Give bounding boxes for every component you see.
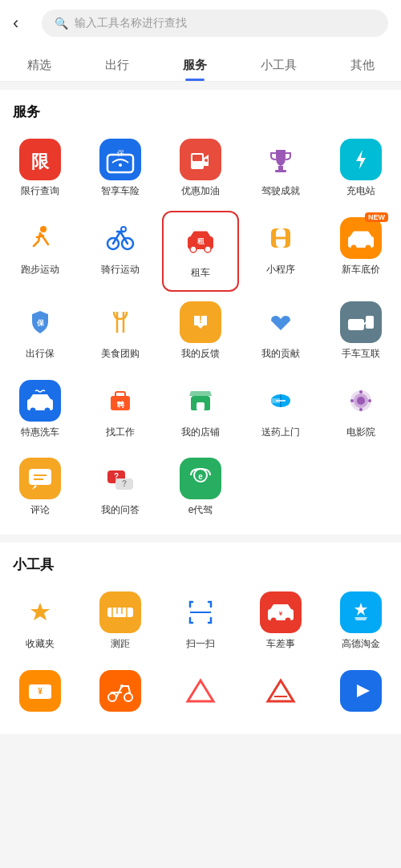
item-cinema[interactable]: 电影院: [321, 372, 401, 450]
rentcar-icon: 租: [180, 220, 221, 262]
carchore-icon: ¥: [260, 591, 302, 633]
svg-point-99: [120, 684, 124, 688]
item-wallet2[interactable]: ¥: [0, 662, 80, 728]
carwash-label: 特惠洗车: [21, 426, 59, 439]
svg-point-5: [119, 164, 122, 167]
job-label: 找工作: [106, 426, 135, 439]
item-trophy[interactable]: 驾驶成就: [241, 131, 321, 209]
medicine-icon: [260, 380, 302, 422]
carwash-icon: [19, 380, 61, 422]
taojin-icon: [340, 591, 382, 633]
limit-label: 限行查询: [21, 185, 59, 198]
back-button[interactable]: ‹: [13, 13, 32, 34]
item-rentcar[interactable]: 租 租车: [162, 211, 239, 293]
qa-label: 我的问答: [101, 504, 140, 517]
travel-insure-label: 出行保: [26, 348, 55, 361]
edriver-label: e代驾: [188, 504, 213, 517]
svg-point-62: [359, 408, 363, 411]
svg-point-60: [357, 397, 365, 405]
item-newcar[interactable]: NEW 新车底价: [321, 209, 401, 294]
item-travel-insure[interactable]: 保 出行保: [0, 293, 80, 372]
search-bar[interactable]: 🔍 输入工具名称进行查找: [42, 10, 388, 37]
svg-text:保: 保: [36, 319, 45, 327]
svg-text:¥: ¥: [279, 610, 283, 617]
shop-icon: [180, 380, 221, 422]
svg-text:租: 租: [196, 237, 205, 245]
item-taojin[interactable]: 高德淘金: [321, 583, 401, 662]
rentcar-label: 租车: [191, 267, 210, 280]
triangle-icon: [180, 670, 221, 712]
item-insurance[interactable]: 保 智享车险: [80, 131, 160, 209]
item-carchore[interactable]: ¥ 车差事: [241, 583, 321, 662]
bike-label: 骑行运动: [101, 264, 140, 277]
item-contribute[interactable]: 我的贡献: [241, 293, 321, 372]
car-connect-label: 手车互联: [342, 348, 380, 361]
item-triangle[interactable]: [160, 662, 241, 728]
item-qa[interactable]: ? ? 我的问答: [80, 450, 160, 528]
svg-text:¥: ¥: [38, 687, 43, 696]
svg-point-29: [366, 244, 371, 250]
measure-icon: [99, 591, 141, 633]
item-car-connect[interactable]: 手车互联: [321, 293, 401, 372]
new-badge: NEW: [365, 212, 388, 222]
svg-text:聘: 聘: [116, 401, 125, 409]
item-measure[interactable]: 测距: [80, 583, 160, 662]
insurance-label: 智享车险: [101, 185, 140, 198]
car-connect-icon: [340, 301, 382, 343]
item-comment[interactable]: 评论: [0, 450, 80, 528]
item-play[interactable]: [321, 662, 401, 728]
item-feedback[interactable]: ! 我的反馈: [160, 293, 241, 372]
svg-rect-11: [278, 166, 283, 170]
item-triangle2[interactable]: [241, 662, 321, 728]
measure-label: 测距: [111, 638, 130, 651]
tools-grid: 收藏夹 测距: [0, 583, 401, 728]
item-miniapp[interactable]: 小程序: [241, 209, 321, 294]
section-title-service: 服务: [0, 103, 401, 131]
svg-rect-100: [180, 670, 221, 712]
food-label: 美食团购: [101, 348, 140, 361]
feedback-label: 我的反馈: [181, 348, 220, 361]
item-edriver[interactable]: e e代驾: [160, 450, 241, 528]
svg-rect-32: [99, 301, 141, 343]
wallet2-icon: ¥: [19, 670, 61, 712]
run-label: 跑步运动: [21, 264, 59, 277]
item-star[interactable]: 收藏夹: [0, 583, 80, 662]
item-scan[interactable]: 扫一扫: [160, 583, 241, 662]
tab-other[interactable]: 其他: [341, 55, 384, 81]
item-carwash[interactable]: 特惠洗车: [0, 372, 80, 450]
medicine-label: 送药上门: [261, 426, 300, 439]
item-medicine[interactable]: 送药上门: [241, 372, 321, 450]
svg-point-61: [359, 390, 363, 394]
play-icon: [340, 670, 382, 712]
carchore-label: 车差事: [266, 638, 295, 651]
tab-tools[interactable]: 小工具: [251, 55, 306, 81]
svg-rect-80: [107, 608, 133, 617]
svg-point-44: [30, 407, 36, 413]
tab-service[interactable]: 服务: [173, 55, 217, 81]
section-title-tools: 小工具: [0, 555, 401, 583]
star-icon: [19, 591, 61, 633]
limit-icon: 限: [19, 139, 61, 180]
comment-icon: [19, 458, 61, 499]
item-run[interactable]: 跑步运动: [0, 209, 80, 294]
item-bike[interactable]: 骑行运动: [80, 209, 160, 294]
item-shop[interactable]: 我的店铺: [160, 372, 241, 450]
newcar-label: 新车底价: [342, 264, 380, 277]
svg-text:限: 限: [31, 151, 50, 172]
header: ‹ 🔍 输入工具名称进行查找 精选 出行 服务 小工具 其他: [0, 0, 401, 82]
newcar-icon: NEW: [340, 217, 382, 259]
scan-label: 扫一扫: [186, 638, 215, 651]
triangle2-icon: [260, 670, 302, 712]
item-fuel[interactable]: 优惠加油: [160, 131, 241, 209]
item-scooter[interactable]: [80, 662, 160, 728]
feedback-icon: !: [180, 301, 221, 343]
tab-travel[interactable]: 出行: [95, 55, 139, 81]
tab-selected[interactable]: 精选: [18, 55, 61, 81]
svg-rect-12: [275, 170, 286, 172]
item-food[interactable]: 美食团购: [80, 293, 160, 372]
item-charge[interactable]: 充电站: [321, 131, 401, 209]
contribute-icon: [260, 301, 302, 343]
qa-icon: ? ?: [99, 458, 141, 499]
item-job[interactable]: 聘 找工作: [80, 372, 160, 450]
item-limit[interactable]: 限 限行查询: [0, 131, 80, 209]
